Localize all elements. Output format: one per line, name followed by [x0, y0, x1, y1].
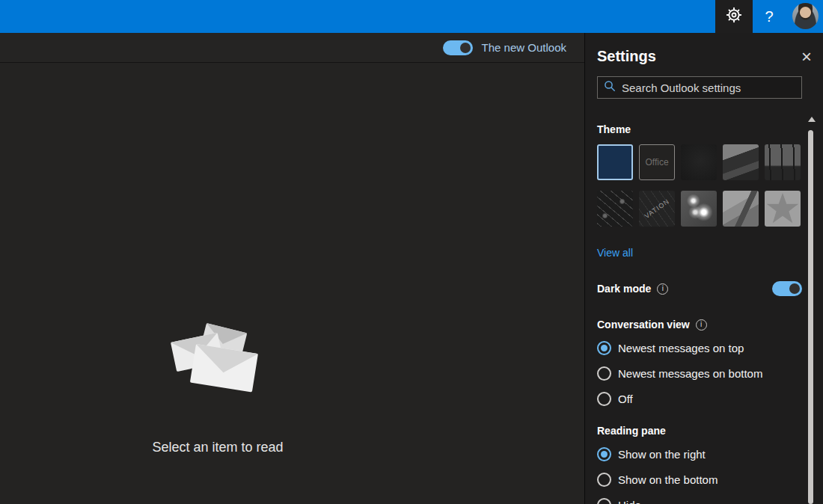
dark-mode-label: Dark mode — [597, 283, 651, 295]
radio-label: Hide — [618, 499, 641, 504]
empty-state-text: Select an item to read — [132, 440, 304, 455]
conversation-view-header: Conversation view i — [597, 319, 802, 331]
dark-mode-row: Dark mode i — [597, 281, 802, 296]
theme-tile-abstract-waves[interactable] — [723, 191, 759, 227]
settings-panel: Settings × Theme Office VATION — [584, 33, 823, 504]
radio-button[interactable] — [597, 392, 611, 406]
theme-tile-elevation-label: VATION — [643, 197, 670, 220]
top-app-bar: ? — [0, 0, 823, 33]
radio-newest-on-bottom[interactable]: Newest messages on bottom — [597, 365, 802, 381]
envelopes-illustration — [132, 320, 304, 402]
new-outlook-label: The new Outlook — [482, 41, 566, 54]
radio-button[interactable] — [597, 366, 611, 381]
theme-tile-grid: Office VATION — [597, 144, 802, 227]
radio-button[interactable] — [597, 447, 611, 461]
settings-header: Settings × — [585, 33, 823, 65]
empty-state: Select an item to read — [132, 320, 304, 455]
theme-tile-office[interactable]: Office — [639, 144, 675, 180]
theme-tile-circuit-board-photo[interactable] — [597, 191, 633, 227]
theme-tile-dark[interactable] — [681, 144, 717, 180]
theme-tile-night-lights-photo[interactable] — [681, 191, 717, 227]
radio-dot — [601, 451, 608, 458]
radio-button[interactable] — [597, 473, 611, 487]
theme-tile-mountains-photo[interactable] — [723, 144, 759, 180]
settings-gear-button[interactable] — [715, 0, 753, 33]
radio-hide[interactable]: Hide — [597, 497, 802, 504]
radio-newest-on-top[interactable]: Newest messages on top — [597, 339, 802, 356]
radio-show-on-right[interactable]: Show on the right — [597, 446, 802, 462]
search-icon — [604, 80, 616, 95]
radio-label: Off — [618, 393, 633, 405]
settings-search-input[interactable] — [622, 82, 795, 94]
user-avatar[interactable] — [792, 3, 819, 29]
toggle-knob — [789, 283, 800, 294]
mail-toolbar: The new Outlook — [0, 33, 584, 63]
settings-scrollbar[interactable] — [808, 112, 814, 504]
radio-dot — [601, 345, 608, 351]
theme-tile-star[interactable] — [765, 191, 801, 227]
close-icon[interactable]: × — [801, 50, 812, 64]
radio-label: Show on the right — [618, 448, 706, 461]
info-icon[interactable]: i — [696, 319, 707, 331]
radio-label: Newest messages on top — [618, 342, 744, 354]
theme-tile-office-label: Office — [645, 157, 668, 168]
theme-tile-dark-blue[interactable] — [597, 144, 633, 180]
scroll-up-arrow-icon[interactable] — [808, 117, 816, 122]
conversation-view-heading: Conversation view — [597, 319, 690, 331]
reading-pane-heading: Reading pane — [597, 425, 802, 437]
settings-search-box[interactable] — [597, 76, 802, 99]
theme-heading: Theme — [597, 123, 802, 135]
dark-mode-toggle[interactable] — [772, 281, 802, 296]
new-outlook-toggle[interactable] — [443, 40, 473, 55]
theme-tile-palm-trees-photo[interactable] — [765, 144, 801, 180]
radio-show-on-bottom[interactable]: Show on the bottom — [597, 471, 802, 488]
radio-label: Newest messages on bottom — [618, 367, 762, 380]
view-all-link[interactable]: View all — [597, 247, 633, 259]
scrollbar-thumb[interactable] — [808, 130, 813, 504]
toggle-knob — [460, 43, 471, 53]
help-icon: ? — [765, 8, 773, 25]
radio-button[interactable] — [597, 498, 611, 504]
help-button[interactable]: ? — [754, 0, 784, 33]
reading-pane-area: Select an item to read — [0, 64, 584, 504]
settings-title: Settings — [597, 48, 656, 65]
theme-tile-elevation-map-photo[interactable]: VATION — [639, 191, 675, 227]
radio-conversation-off[interactable]: Off — [597, 390, 802, 407]
gear-icon — [726, 7, 742, 26]
radio-label: Show on the bottom — [618, 473, 718, 486]
settings-scroll-content: Theme Office VATION View all Dark mode i — [585, 112, 823, 504]
info-icon[interactable]: i — [657, 283, 668, 295]
radio-button[interactable] — [597, 341, 611, 355]
star-icon — [766, 192, 799, 225]
